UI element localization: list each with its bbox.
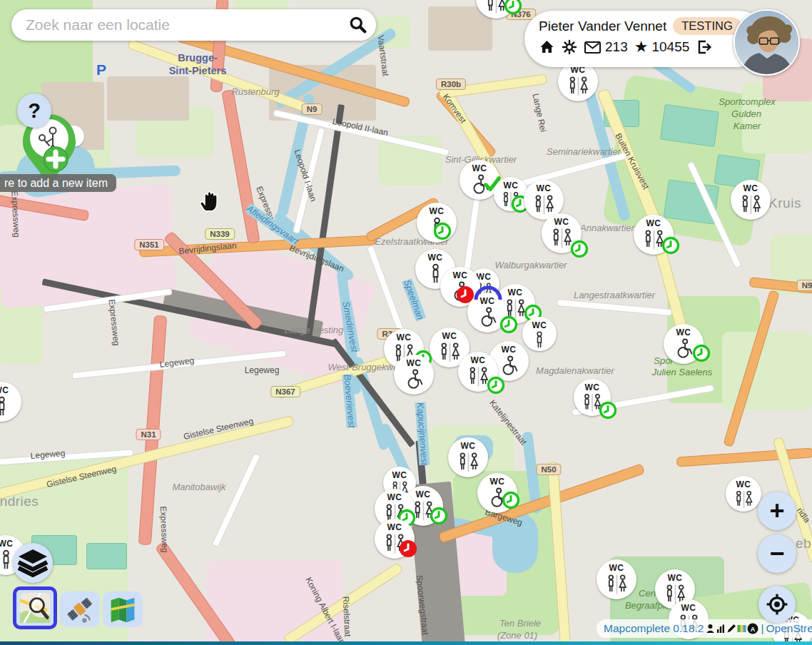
map-feature [722,332,812,410]
toilet-marker[interactable]: WC [0,382,21,422]
green-clock-badge-icon [502,491,520,509]
app-version[interactable]: Mapcomplete 0.18.2 [604,622,704,635]
wc-label: WC [744,184,758,193]
wc-label: WC [472,164,487,173]
man-woman-icon [604,572,629,600]
wc-label: WC [646,219,661,228]
gear-icon[interactable] [562,39,577,55]
changeset-count[interactable]: 10455 [651,39,689,55]
wc-label: WC [397,333,412,342]
edit-icon[interactable] [726,624,736,634]
search-input[interactable] [24,16,349,34]
svg-text:A: A [751,626,756,633]
map-label: Legeweg [245,365,280,375]
man-woman-icon [733,489,755,514]
add-item-tooltip: re to add a new item [0,174,116,192]
wc-label: WC [428,253,443,262]
toilet-marker[interactable]: WC [375,519,415,559]
toilet-marker[interactable]: WC [494,177,528,211]
wc-label: WC [736,480,751,489]
wc-label: WC [554,218,569,226]
statistics-icon[interactable] [716,624,726,634]
wc-label: WC [387,493,402,502]
map-feature [221,89,260,244]
toilet-marker[interactable]: WC [542,213,582,253]
map-label: Kruis [768,195,801,211]
toilet-marker[interactable]: WC [574,379,611,416]
style-carto-button[interactable] [103,591,143,627]
wc-label: WC [681,604,696,612]
satellite-icon [65,595,95,624]
osm-logo-icon[interactable]: A [747,623,758,634]
search-icon[interactable] [349,16,367,34]
hand-cursor-icon [200,190,221,213]
search-bar [11,9,376,41]
toilet-marker[interactable]: WC [477,473,517,513]
zoom-in-button[interactable]: + [758,492,796,530]
map-feature [71,350,286,380]
map-label: Magdalenakwartier [536,365,614,376]
mini-map-icon[interactable] [737,624,746,633]
green-clock-badge-icon [433,222,452,240]
bottom-progress-strip [0,641,812,645]
wc-label: WC [416,490,431,499]
toilet-marker[interactable]: WC [417,203,457,243]
map-feature [439,73,547,98]
map-feature [557,299,672,316]
partial-marker-arc [473,284,503,301]
green-clock-badge-icon [504,0,522,15]
wc-label: WC [502,345,517,354]
toilet-marker[interactable]: WC [558,61,598,101]
toilet-marker[interactable]: WC [458,352,498,392]
toilet-marker[interactable]: WC [448,437,488,477]
testing-badge: TESTING [673,17,741,35]
toilet-marker[interactable]: WC [634,215,674,255]
geolocate-button[interactable] [758,586,796,623]
style-satellite-button[interactable] [60,591,100,627]
user-panel: Pieter Vander Vennet TESTING 213 ★ 10455 [524,11,767,67]
map-label: Lange Rei [530,93,548,133]
map-feature [659,104,719,147]
home-icon[interactable] [539,39,555,55]
layers-icon [17,548,49,578]
osm-link[interactable]: OpenStreetMap [766,622,812,635]
green-clock-badge-icon [430,507,448,525]
green-clock-badge-icon [661,236,680,255]
style-osm-button[interactable] [13,586,57,629]
map-label: Expressweg [107,299,122,346]
messages-count[interactable]: 213 [605,39,628,55]
map-feature [211,453,260,548]
layers-button[interactable] [13,543,53,583]
help-button[interactable]: ? [17,93,51,128]
toilet-marker[interactable]: WC [664,324,704,364]
logout-icon[interactable] [696,39,713,56]
folded-map-icon [108,595,138,624]
map-feature [138,315,167,545]
toilet-marker[interactable]: WC [597,559,636,599]
wc-label: WC [430,207,445,215]
attribution-separator: | [761,622,763,635]
wc-label: WC [461,442,476,450]
avatar[interactable] [734,9,800,76]
user-name[interactable]: Pieter Vander Vennet [539,19,666,34]
wc-label: WC [504,181,519,190]
toilet-marker[interactable]: WC [731,180,771,220]
wc-label: WC [537,184,552,193]
messages-icon[interactable] [584,40,602,55]
wc-label: WC [490,477,505,486]
red-clock-badge-icon [399,539,417,558]
toilet-marker[interactable]: WC [726,476,761,512]
green-clock-badge-icon [692,344,711,362]
map-feature [86,543,127,569]
wc-label: WC [392,471,407,479]
man-icon [529,330,550,354]
wc-label: WC [0,539,14,548]
toilet-marker[interactable]: WC [522,317,557,351]
crosshair-icon [766,594,788,615]
zoom-out-button[interactable]: − [758,534,796,573]
contributor-icon[interactable] [706,624,715,634]
map-label: P [96,61,106,78]
wheelchair-icon [402,367,427,395]
map-label: Manitobawijk [172,482,225,492]
toilet-marker[interactable]: WC [394,355,434,395]
